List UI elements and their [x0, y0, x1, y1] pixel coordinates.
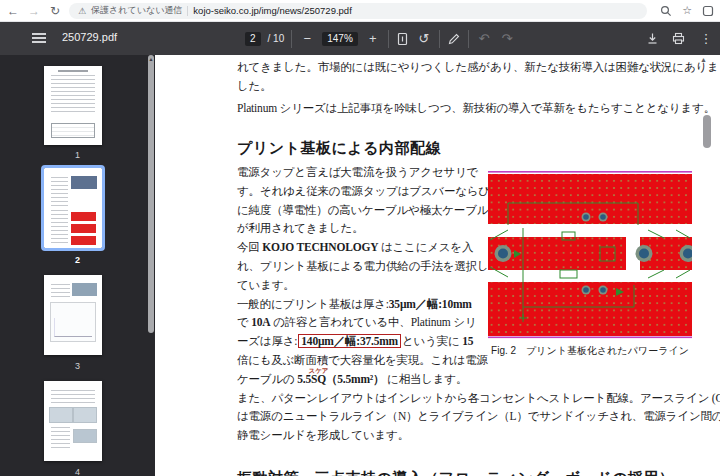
not-secure-label[interactable]: 保護されていない通信	[91, 4, 182, 17]
scroll-up-icon[interactable]: ▲	[700, 56, 707, 64]
forward-icon[interactable]: →	[27, 1, 41, 21]
thumb-image-sketch	[73, 429, 97, 443]
thumbnail-label: 3	[0, 361, 155, 371]
sidebar-scrollbar[interactable]: ▲	[148, 55, 154, 333]
thumb-image-sketch	[73, 407, 97, 423]
thumb-sketch	[51, 75, 95, 115]
thumbnail-label: 4	[0, 467, 155, 476]
figure-caption: Fig. 2 プリント基板化されたパワーライン	[488, 344, 692, 358]
pdf-toolbar-right: ⋮	[646, 22, 714, 55]
url-text[interactable]: kojo-seiko.co.jp/img/news/250729.pdf	[193, 5, 351, 16]
toolbar-separator	[388, 30, 389, 48]
pcb-figure	[488, 170, 692, 340]
thumb-chart-sketch	[50, 302, 96, 342]
zoom-level-display: 147%	[322, 32, 358, 46]
thumbnail-sidebar: 1 2 3 4 ▲	[0, 55, 155, 476]
thumb-sketch	[58, 70, 88, 72]
thumb-sketch	[51, 210, 68, 244]
body-line: れてきました。市場的には既にやりつくした感があり、新たな技術導入は困難な状況にあ…	[237, 60, 719, 75]
download-icon[interactable]	[646, 32, 659, 45]
screenshot-root: ← → ↻ ⚠ 保護されていない通信 kojo-seiko.co.jp/img/…	[0, 0, 720, 476]
main-scrollbar-thumb[interactable]	[703, 115, 711, 148]
bookmark-star-icon[interactable]: ☆	[682, 4, 692, 17]
body-line: 静電シールドを形成しています。	[237, 428, 720, 447]
body-line: ケーブルの 5.5SQスケア（5.5mm²） に相当します。	[237, 372, 720, 391]
thumb-red-figure	[71, 236, 96, 245]
page-thumbnail-2-selected[interactable]	[44, 168, 102, 248]
pdf-filename: 250729.pdf	[62, 31, 117, 43]
reload-icon[interactable]: ↻	[48, 1, 62, 21]
url-divider	[187, 6, 188, 16]
not-secure-warning-icon[interactable]: ⚠	[78, 6, 86, 16]
pdf-page: れてきました。市場的には既にやりつくした感があり、新たな技術導入は困難な状況にあ…	[155, 55, 720, 476]
body-line: また、パターンレイアウトはインレットから各コンセントへストレート配線。アースライ…	[237, 391, 720, 410]
thumb-red-figure	[71, 224, 96, 233]
zoom-in-button[interactable]: +	[365, 31, 381, 47]
browser-toolbar: ← → ↻ ⚠ 保護されていない通信 kojo-seiko.co.jp/img/…	[0, 0, 720, 22]
side-panel-icon[interactable]	[702, 5, 714, 17]
thumb-image-sketch	[72, 283, 97, 296]
undo-icon[interactable]: ↶	[476, 31, 492, 47]
fit-page-icon[interactable]	[396, 32, 409, 46]
thumb-sketch	[51, 427, 70, 449]
body-line: は電源のニュートラルライン（N）とライブライン（L）でサンドイッチされ、電源ライ…	[237, 409, 720, 428]
thumb-image-sketch	[49, 407, 73, 423]
body-line: Platinum シリーズは上記事項を吟味しつつ、新技術の導入で革新をもたらすこ…	[237, 101, 715, 116]
thumb-image-sketch	[71, 176, 97, 189]
menu-icon[interactable]	[32, 33, 46, 44]
redo-icon[interactable]: ↷	[499, 31, 515, 47]
toolbar-separator	[291, 30, 292, 48]
scroll-up-icon[interactable]: ▲	[148, 56, 154, 62]
next-section-heading-clipped: 振動対策、三点支持の導入（フローティング・ボードの採用）	[237, 469, 675, 476]
section-heading: プリント基板による内部配線	[237, 139, 441, 158]
pcb-figure-image	[488, 170, 692, 340]
rotate-icon[interactable]: ↺	[416, 31, 432, 47]
more-options-icon[interactable]: ⋮	[698, 31, 714, 47]
browser-actions: ☆	[660, 4, 714, 17]
zoom-out-button[interactable]: −	[299, 31, 315, 47]
thumb-red-figure	[71, 212, 96, 221]
page-thumbnail-1[interactable]	[44, 66, 102, 145]
print-icon[interactable]	[672, 32, 685, 45]
pdf-viewer-toolbar: 250729.pdf 2 / 10 − 147% + ↺ ↶ ↷ ⋮	[0, 22, 720, 55]
page-thumbnail-3[interactable]	[44, 275, 102, 355]
page-thumbnail-4[interactable]	[44, 381, 102, 461]
page-total-label: / 10	[268, 33, 285, 44]
thumbnail-label: 1	[0, 150, 155, 160]
thumb-sketch	[51, 390, 95, 404]
zoom-search-icon[interactable]	[660, 5, 672, 17]
thumb-table-sketch	[51, 123, 95, 138]
thumbnail-label-selected: 2	[0, 255, 155, 265]
page-number-input[interactable]: 2	[245, 32, 261, 46]
pdf-toolbar-center: 2 / 10 − 147% + ↺ ↶ ↷	[245, 22, 515, 55]
url-bar[interactable]: ⚠ 保護されていない通信 kojo-seiko.co.jp/img/news/2…	[69, 3, 647, 19]
body-line: した。	[237, 79, 271, 94]
toolbar-separator	[439, 30, 440, 48]
annotate-pen-icon[interactable]	[447, 32, 461, 46]
toolbar-separator	[468, 30, 469, 48]
thumb-sketch	[51, 284, 70, 300]
thumb-sketch	[51, 177, 68, 207]
back-icon[interactable]: ←	[6, 1, 20, 21]
